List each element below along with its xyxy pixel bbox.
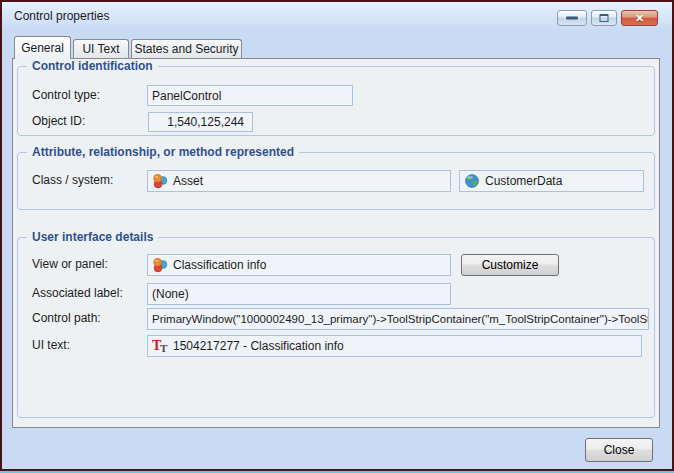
group-title: User interface details xyxy=(27,230,158,244)
control-type-value: PanelControl xyxy=(152,89,221,103)
view-or-panel-field[interactable]: Classification info xyxy=(147,254,451,276)
close-button[interactable]: Close xyxy=(585,438,653,462)
group-title: Attribute, relationship, or method repre… xyxy=(27,145,299,159)
svg-text:T: T xyxy=(160,342,168,354)
maximize-button[interactable] xyxy=(591,10,617,26)
class-system-value: Asset xyxy=(173,174,203,188)
ui-text-value: 1504217277 - Classification info xyxy=(173,339,344,353)
group-user-interface-details: User interface details View or panel: Cl… xyxy=(17,237,655,418)
tab-page-general: Control identification Control type: Pan… xyxy=(12,58,660,428)
associated-label-value: (None) xyxy=(152,287,189,301)
ui-text-label: UI text: xyxy=(32,334,70,356)
customize-button[interactable]: Customize xyxy=(461,254,559,276)
minimize-button[interactable] xyxy=(557,10,587,26)
dialog-window: Control properties ✕ General UI Text Sta… xyxy=(0,0,674,471)
object-id-value: 1,540,125,244 xyxy=(167,115,244,129)
globe-icon xyxy=(464,173,480,189)
class-icon xyxy=(152,173,168,189)
title-bar[interactable]: Control properties ✕ xyxy=(2,2,672,30)
close-icon: ✕ xyxy=(622,11,657,25)
view-or-panel-value: Classification info xyxy=(173,258,266,272)
object-id-field[interactable]: 1,540,125,244 xyxy=(148,112,253,132)
ui-text-field[interactable]: T T 1504217277 - Classification info xyxy=(147,335,642,357)
window-close-button[interactable]: ✕ xyxy=(621,10,658,26)
tab-ui-text[interactable]: UI Text xyxy=(73,39,129,59)
class-icon xyxy=(152,257,168,273)
group-title: Control identification xyxy=(27,59,158,73)
control-path-value: PrimaryWindow("1000002490_13_primary")->… xyxy=(152,313,649,325)
maximize-icon xyxy=(600,14,609,22)
class-system-label: Class / system: xyxy=(32,169,113,191)
associated-label-label: Associated label: xyxy=(32,282,123,304)
class-system-field[interactable]: Asset xyxy=(147,170,451,192)
control-path-label: Control path: xyxy=(32,307,101,329)
control-type-field[interactable]: PanelControl xyxy=(147,85,353,106)
object-id-label: Object ID: xyxy=(32,110,85,132)
control-path-field[interactable]: PrimaryWindow("1000002490_13_primary")->… xyxy=(147,308,649,330)
data-system-field[interactable]: CustomerData xyxy=(459,170,644,192)
view-or-panel-label: View or panel: xyxy=(32,253,108,275)
tab-states-and-security[interactable]: States and Security xyxy=(131,39,242,59)
control-type-label: Control type: xyxy=(32,84,100,106)
group-control-identification: Control identification Control type: Pan… xyxy=(17,66,655,136)
tab-general[interactable]: General xyxy=(14,36,71,59)
associated-label-field[interactable]: (None) xyxy=(147,283,451,305)
text-icon: T T xyxy=(152,338,168,354)
minimize-icon xyxy=(566,17,578,20)
group-attribute-represented: Attribute, relationship, or method repre… xyxy=(17,152,655,210)
window-title: Control properties xyxy=(14,9,109,23)
data-system-value: CustomerData xyxy=(485,174,562,188)
